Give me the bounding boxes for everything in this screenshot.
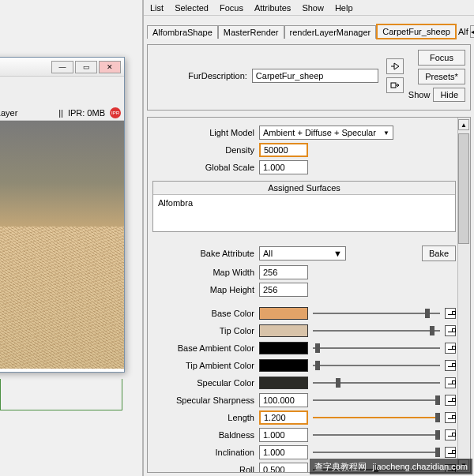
tab-alfombra-shape[interactable]: AlfombraShape: [147, 25, 218, 39]
ipr-badge-icon[interactable]: IPR: [110, 107, 121, 118]
light-model-select[interactable]: Ambient + Diffuse + Specular ▼: [259, 126, 393, 140]
inclination-slider[interactable]: [313, 446, 440, 459]
render-image: [0, 121, 124, 369]
map-button[interactable]: [445, 343, 456, 354]
density-field[interactable]: [259, 143, 308, 157]
menu-list[interactable]: List: [150, 3, 164, 13]
menu-show[interactable]: Show: [302, 3, 324, 13]
node-tabs: AlfombraShape MasterRender renderLayerMa…: [144, 22, 474, 41]
watermark-text: 查字典教程网: [314, 461, 367, 473]
global-scale-label: Global Scale: [152, 163, 259, 172]
length-slider[interactable]: [313, 411, 440, 424]
fur-description-field[interactable]: [252, 69, 378, 83]
base-ambient-swatch[interactable]: [259, 342, 308, 354]
map-height-field[interactable]: [259, 283, 308, 297]
density-label: Density: [152, 145, 259, 155]
attribute-editor: List Selected Focus Attributes Show Help…: [142, 0, 474, 476]
base-color-slider[interactable]: [313, 307, 440, 320]
inclination-field[interactable]: [259, 445, 308, 459]
map-button[interactable]: [445, 325, 456, 336]
bake-attribute-value: All: [263, 249, 273, 258]
base-color-swatch[interactable]: [259, 307, 308, 320]
menubar: List Selected Focus Attributes Show Help: [144, 0, 474, 16]
map-button[interactable]: [445, 412, 456, 423]
light-model-label: Light Model: [152, 128, 259, 137]
chevron-down-icon: ▼: [383, 129, 389, 137]
hide-button[interactable]: Hide: [433, 88, 465, 102]
map-width-label: Map Width: [152, 268, 259, 277]
specular-color-slider[interactable]: [313, 377, 440, 389]
tab-overflow-label[interactable]: Alf: [457, 27, 470, 36]
length-label: Length: [152, 413, 259, 422]
scroll-thumb[interactable]: [458, 133, 469, 244]
tip-ambient-slider[interactable]: [313, 359, 440, 372]
fur-description-label: FurDescription:: [152, 71, 247, 81]
tab-master-render[interactable]: MasterRender: [218, 25, 284, 39]
tip-ambient-label: Tip Ambient Color: [152, 361, 259, 370]
specular-sharpness-field[interactable]: [259, 393, 308, 407]
viewport-outline: [0, 379, 122, 410]
map-height-label: Map Height: [152, 285, 259, 294]
map-button[interactable]: [445, 395, 456, 406]
specular-color-label: Specular Color: [152, 378, 259, 388]
map-button[interactable]: [445, 447, 456, 458]
assigned-surface-item[interactable]: Alfombra: [158, 198, 193, 208]
render-view-window: — ▭ ✕ erLayer || IPR: 0MB IPR: [0, 57, 125, 373]
baldness-slider[interactable]: [313, 429, 440, 441]
watermark-url: jiaocheng.chazidian.com: [373, 462, 468, 471]
specular-color-swatch[interactable]: [259, 377, 308, 389]
length-field[interactable]: [259, 410, 308, 425]
scroll-up-icon[interactable]: ▲: [458, 119, 469, 130]
map-button[interactable]: [445, 360, 456, 371]
base-ambient-slider[interactable]: [313, 342, 440, 354]
tabs-scroll-left[interactable]: ◀: [470, 25, 474, 38]
bake-attribute-label: Bake Attribute: [152, 249, 259, 258]
map-button[interactable]: [445, 377, 456, 388]
specular-sharpness-slider[interactable]: [313, 394, 440, 407]
minimize-button[interactable]: —: [51, 61, 73, 73]
assigned-surfaces-list[interactable]: Alfombra: [153, 195, 455, 231]
svg-rect-0: [391, 83, 396, 88]
tip-ambient-swatch[interactable]: [259, 359, 308, 372]
map-button[interactable]: [445, 429, 456, 440]
assigned-surfaces-title: Assigned Surfaces: [153, 182, 455, 195]
render-titlebar: — ▭ ✕: [0, 58, 124, 77]
maximize-button[interactable]: ▭: [75, 61, 97, 73]
assigned-surfaces-panel: Assigned Surfaces Alfombra: [152, 181, 456, 232]
base-color-label: Base Color: [152, 309, 259, 318]
map-button[interactable]: [445, 308, 456, 319]
menu-focus[interactable]: Focus: [220, 3, 243, 13]
roll-field[interactable]: [259, 463, 308, 473]
inclination-label: Inclination: [152, 448, 259, 457]
light-model-value: Ambient + Diffuse + Specular: [263, 128, 376, 137]
tab-carpetfur-sheep[interactable]: CarpetFur_sheep: [376, 24, 457, 39]
base-ambient-label: Base Ambient Color: [152, 343, 259, 353]
ipr-size-label: IPR: 0MB: [68, 108, 105, 118]
bake-attribute-select[interactable]: All ▼: [259, 246, 346, 260]
roll-label: Roll: [152, 465, 259, 473]
menu-selected[interactable]: Selected: [175, 3, 209, 13]
baldness-field[interactable]: [259, 428, 308, 442]
render-layer-label: erLayer: [0, 108, 17, 118]
menu-attributes[interactable]: Attributes: [254, 3, 291, 13]
output-node-button[interactable]: [386, 77, 404, 93]
tab-render-layer-manager[interactable]: renderLayerManager: [284, 25, 377, 39]
map-width-field[interactable]: [259, 265, 308, 279]
show-label[interactable]: Show: [408, 90, 431, 99]
attributes-panel: Light Model Ambient + Diffuse + Specular…: [147, 117, 471, 473]
tip-color-swatch[interactable]: [259, 324, 308, 337]
tip-color-label: Tip Color: [152, 326, 259, 335]
render-toolbar: erLayer || IPR: 0MB IPR: [0, 77, 124, 121]
presets-button[interactable]: Presets*: [418, 69, 465, 84]
close-button[interactable]: ✕: [99, 61, 121, 73]
select-node-button[interactable]: [386, 58, 404, 74]
scrollbar[interactable]: ▲ ▼: [457, 118, 470, 472]
menu-help[interactable]: Help: [335, 3, 353, 13]
focus-button[interactable]: Focus: [418, 50, 465, 66]
tip-color-slider[interactable]: [313, 324, 440, 337]
specular-sharpness-label: Specular Sharpness: [152, 395, 259, 405]
fur-description-panel: FurDescription: Focus Presets* Show Hide: [147, 44, 471, 111]
bake-button[interactable]: Bake: [422, 245, 456, 261]
global-scale-field[interactable]: [259, 160, 308, 174]
chevron-down-icon: ▼: [333, 249, 342, 258]
